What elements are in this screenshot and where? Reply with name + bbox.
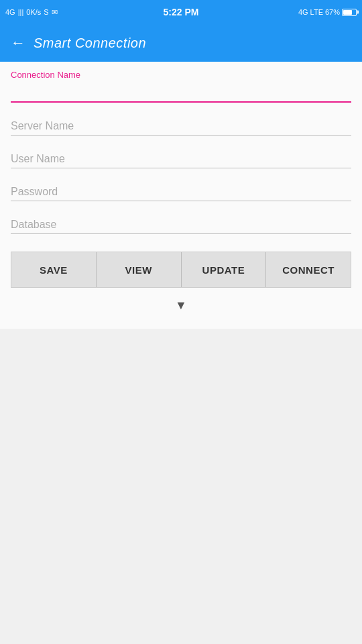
network-type: 4G bbox=[5, 8, 15, 16]
password-input[interactable] bbox=[11, 180, 351, 201]
view-button[interactable]: VIEW bbox=[97, 252, 182, 287]
dropdown-arrow-icon: ▼ bbox=[175, 299, 187, 313]
user-name-input[interactable] bbox=[11, 148, 351, 168]
status-right: 4G LTE 67% bbox=[298, 8, 357, 16]
mail-icon: ✉ bbox=[52, 8, 58, 17]
speed: 0K/s bbox=[26, 8, 41, 16]
database-field bbox=[11, 213, 351, 246]
status-time: 5:22 PM bbox=[164, 7, 199, 17]
server-name-field bbox=[11, 115, 351, 148]
connection-name-field: Connection Name bbox=[11, 70, 351, 115]
save-button[interactable]: SAVE bbox=[11, 252, 97, 287]
app-bar-title: Smart Connection bbox=[34, 36, 146, 51]
password-field bbox=[11, 180, 351, 213]
connect-button[interactable]: CONNECT bbox=[266, 252, 351, 287]
user-name-field bbox=[11, 148, 351, 180]
status-left: 4G ||| 0K/s S ✉ bbox=[5, 8, 58, 17]
action-buttons-row: SAVE VIEW UPDATE CONNECT bbox=[11, 252, 351, 288]
battery-percent: 67% bbox=[325, 8, 340, 16]
form-content: Connection Name SAVE VIEW UPDATE CONNECT… bbox=[0, 62, 362, 329]
back-button[interactable]: ← bbox=[11, 34, 25, 52]
below-content bbox=[0, 329, 362, 644]
connection-name-input[interactable] bbox=[11, 81, 351, 103]
lte-icon: 4G LTE bbox=[298, 8, 323, 16]
app-bar: ← Smart Connection bbox=[0, 24, 362, 62]
sim-icon: S bbox=[44, 8, 48, 16]
signal-bars: ||| bbox=[18, 8, 24, 16]
dropdown-arrow-area[interactable]: ▼ bbox=[11, 288, 351, 318]
connection-name-label: Connection Name bbox=[11, 70, 351, 80]
status-bar: 4G ||| 0K/s S ✉ 5:22 PM 4G LTE 67% bbox=[0, 0, 362, 24]
database-input[interactable] bbox=[11, 213, 351, 234]
battery-fill bbox=[343, 10, 352, 15]
update-button[interactable]: UPDATE bbox=[182, 252, 267, 287]
battery-icon bbox=[342, 9, 357, 16]
server-name-input[interactable] bbox=[11, 115, 351, 136]
